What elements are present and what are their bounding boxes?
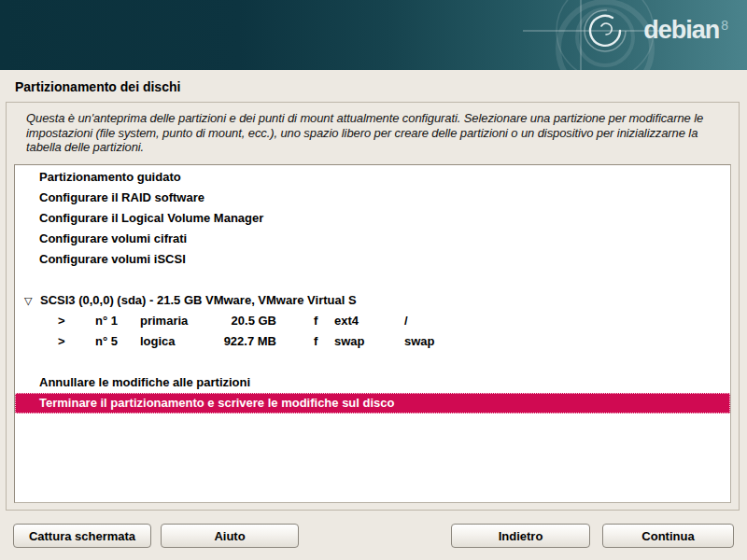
partition-row-1[interactable]: > n° 1 primaria 20.5 GB f ext4 / (15, 311, 730, 331)
list-spacer (15, 270, 730, 290)
partition-marker: > (58, 311, 65, 331)
expander-triangle-icon[interactable]: ▽ (24, 290, 40, 311)
help-button[interactable]: Aiuto (161, 524, 299, 548)
list-spacer (15, 352, 730, 372)
brand-version: 8 (721, 18, 728, 33)
partition-size: 922.7 MB (189, 331, 276, 352)
banner: debian8 (0, 0, 747, 70)
page-description: Questa è un'anteprima delle partizioni e… (26, 111, 725, 155)
partition-type: primaria (140, 311, 188, 331)
brand-name: debian (643, 16, 719, 44)
partition-filesystem: ext4 (334, 311, 359, 331)
partition-row-5[interactable]: > n° 5 logica 922.7 MB f swap swap (15, 331, 730, 352)
partition-flag: f (314, 311, 317, 331)
partition-type: logica (140, 331, 176, 352)
brand-logo-text: debian8 (643, 16, 728, 48)
partition-size: 20.5 GB (189, 311, 276, 331)
back-button[interactable]: Indietro (451, 524, 590, 548)
partition-mountpoint: / (404, 311, 408, 331)
list-item-guided-partitioning[interactable]: Partizionamento guidato (15, 167, 730, 188)
list-item-configure-raid[interactable]: Configurare il RAID software (15, 188, 730, 208)
disk-header-row[interactable]: ▽SCSI3 (0,0,0) (sda) - 21.5 GB VMware, V… (15, 290, 730, 311)
list-item-configure-encrypted[interactable]: Configurare volumi cifrati (15, 229, 730, 249)
partition-number: n° 5 (95, 331, 118, 352)
partition-number: n° 1 (95, 311, 118, 331)
list-item-finish-partitioning-selected[interactable]: Terminare il partizionamento e scrivere … (15, 393, 730, 413)
screenshot-button[interactable]: Cattura schermata (13, 524, 151, 548)
partition-flag: f (314, 331, 317, 352)
partition-marker: > (58, 331, 65, 352)
list-item-undo-changes[interactable]: Annullare le modifiche alle partizioni (15, 372, 730, 393)
partition-listbox[interactable]: Partizionamento guidato Configurare il R… (14, 164, 731, 503)
disk-header-label: SCSI3 (0,0,0) (sda) - 21.5 GB VMware, VM… (40, 293, 357, 307)
list-item-configure-iscsi[interactable]: Configurare volumi iSCSI (15, 249, 730, 270)
list-item-configure-lvm[interactable]: Configurare il Logical Volume Manager (15, 208, 730, 229)
page-title: Partizionamento dei dischi (15, 79, 180, 94)
partition-filesystem: swap (334, 331, 365, 352)
partition-mountpoint: swap (404, 331, 435, 352)
continue-button[interactable]: Continua (602, 524, 734, 548)
